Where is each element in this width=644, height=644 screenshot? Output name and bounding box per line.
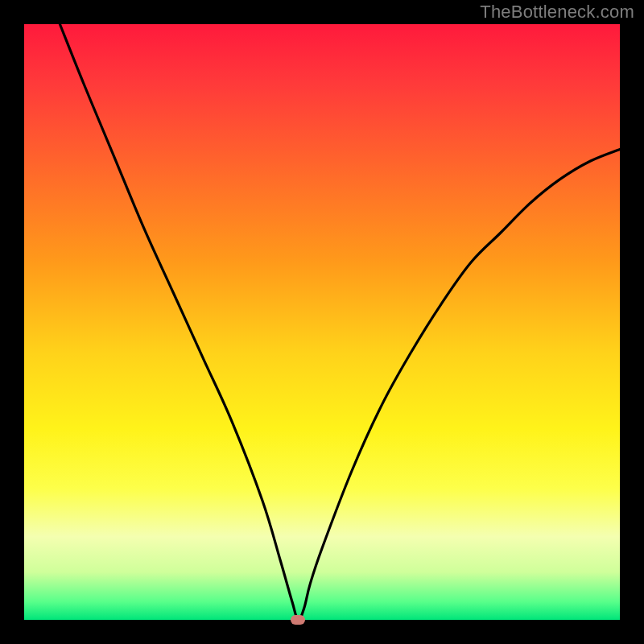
curve-svg [24, 24, 620, 620]
optimal-point-marker [291, 615, 305, 625]
watermark-text: TheBottleneck.com [480, 2, 634, 23]
plot-area [24, 24, 620, 620]
bottleneck-curve [60, 24, 620, 620]
chart-frame: TheBottleneck.com [0, 0, 644, 644]
